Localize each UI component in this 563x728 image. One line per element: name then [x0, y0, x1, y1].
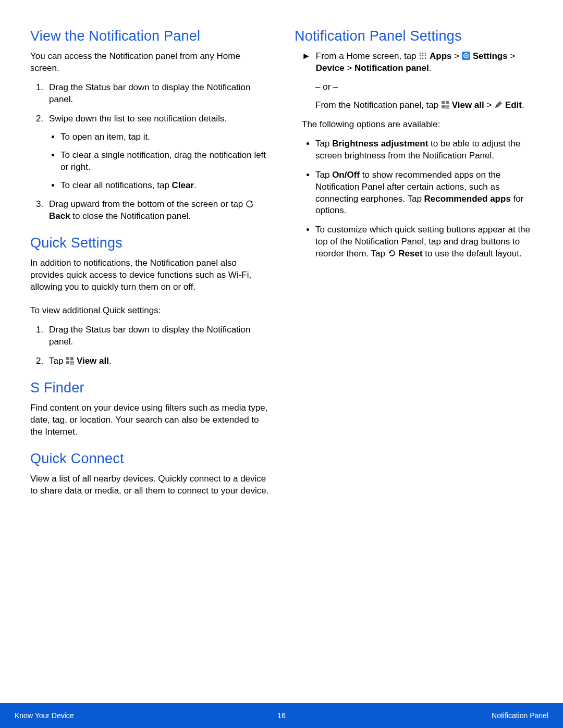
bullet-list: To open an item, tap it. To clear a sing…	[49, 131, 270, 192]
settings-icon	[462, 52, 470, 60]
step-content: From a Home screen, tap Apps > Settings …	[316, 51, 534, 75]
view-all-icon	[441, 101, 449, 109]
paragraph: Find content on your device using filter…	[30, 402, 270, 438]
svg-rect-1	[70, 357, 74, 360]
list-item: Drag the Status bar down to display the …	[46, 82, 270, 106]
svg-rect-16	[442, 101, 445, 104]
left-column: View the Notification Panel You can acce…	[30, 28, 270, 504]
heading-view-notification-panel: View the Notification Panel	[30, 28, 270, 44]
step-item: ► From a Home screen, tap Apps > Setting…	[295, 51, 534, 75]
svg-rect-17	[446, 101, 449, 104]
svg-point-5	[422, 53, 424, 54]
text: Tap	[315, 170, 332, 180]
svg-rect-0	[66, 357, 69, 360]
right-column: Notification Panel Settings ► From a Hom…	[295, 28, 534, 504]
bold-text: View all	[77, 356, 109, 366]
svg-point-11	[422, 58, 424, 59]
bold-text: Device	[316, 63, 345, 73]
text: to use the default layout.	[423, 249, 522, 258]
footer-page-number: 16	[277, 711, 286, 720]
bold-text: Apps	[430, 51, 452, 61]
text: Tap	[49, 356, 66, 366]
bold-text: Reset	[398, 249, 422, 258]
page-footer: Know Your Device 16 Notification Panel	[0, 703, 563, 728]
paragraph: In addition to notifications, the Notifi…	[30, 257, 270, 293]
apps-icon	[419, 52, 427, 60]
page-content: View the Notification Panel You can acce…	[0, 0, 563, 504]
text: .	[194, 180, 197, 190]
bold-text: On/Off	[332, 170, 360, 180]
list-item: Tap On/Off to show recommended apps on t…	[315, 169, 534, 217]
text: .	[429, 63, 432, 73]
bold-text: Settings	[473, 51, 508, 61]
svg-point-8	[422, 55, 424, 57]
view-all-icon	[66, 356, 74, 365]
svg-point-4	[420, 53, 421, 54]
bold-text: Brightness adjustment	[332, 139, 428, 149]
paragraph: View a list of all nearby devices. Quick…	[30, 473, 270, 497]
footer-left: Know Your Device	[15, 711, 74, 720]
svg-point-10	[420, 58, 421, 59]
heading-quick-settings: Quick Settings	[30, 235, 270, 251]
svg-point-15	[465, 55, 467, 56]
bold-text: Notification panel	[354, 63, 429, 73]
edit-icon	[494, 101, 503, 109]
svg-point-7	[420, 55, 421, 57]
svg-rect-18	[442, 105, 445, 108]
reset-icon	[388, 249, 396, 257]
list-item: To clear all notifications, tap Clear.	[60, 180, 270, 192]
text: From the Notification panel, tap	[315, 100, 441, 110]
heading-s-finder: S Finder	[30, 380, 270, 396]
text: to close the Notification panel.	[70, 211, 191, 221]
ordered-list: Drag the Status bar down to display the …	[30, 324, 270, 367]
svg-point-6	[425, 53, 426, 54]
text: .	[109, 356, 112, 366]
list-item: To customize which quick setting buttons…	[315, 224, 534, 260]
text: Tap	[315, 139, 332, 149]
text: From a Home screen, tap	[316, 51, 419, 61]
bold-text: Recommended apps	[424, 194, 511, 204]
list-item: To open an item, tap it.	[60, 131, 270, 143]
text: Drag upward from the bottom of the scree…	[49, 199, 246, 209]
bold-text: Edit	[505, 100, 522, 110]
bold-text: View all	[452, 100, 484, 110]
paragraph: You can access the Notification panel fr…	[30, 51, 270, 75]
heading-quick-connect: Quick Connect	[30, 451, 270, 467]
arrow-marker-icon: ►	[302, 51, 311, 75]
svg-point-12	[425, 58, 426, 59]
text: .	[522, 100, 524, 110]
paragraph: The following options are available:	[295, 119, 534, 131]
list-item: Tap View all.	[46, 355, 270, 367]
text: >	[508, 51, 516, 61]
text: >	[452, 51, 462, 61]
svg-point-9	[425, 55, 426, 57]
bold-text: Back	[49, 211, 70, 221]
list-item: Drag the Status bar down to display the …	[46, 324, 270, 348]
footer-right: Notification Panel	[492, 711, 548, 720]
back-icon	[246, 200, 254, 208]
text: Swipe down the list to see notification …	[49, 114, 227, 124]
bold-text: Clear	[172, 180, 194, 190]
text: >	[345, 63, 354, 73]
list-item: To clear a single notification, drag the…	[60, 150, 270, 174]
text: To clear all notifications, tap	[60, 180, 172, 190]
heading-notification-panel-settings: Notification Panel Settings	[295, 28, 534, 44]
text: >	[484, 100, 494, 110]
ordered-list: Drag the Status bar down to display the …	[30, 82, 270, 223]
bullet-list: Tap Brightness adjustment to be able to …	[295, 138, 534, 260]
or-text: – or –	[295, 82, 534, 92]
list-item: Tap Brightness adjustment to be able to …	[315, 138, 534, 162]
list-item: Drag upward from the bottom of the scree…	[46, 199, 270, 223]
svg-rect-2	[66, 361, 69, 364]
step-alt: From the Notification panel, tap View al…	[295, 100, 534, 112]
paragraph: To view additional Quick settings:	[30, 305, 270, 317]
list-item: Swipe down the list to see notification …	[46, 113, 270, 192]
